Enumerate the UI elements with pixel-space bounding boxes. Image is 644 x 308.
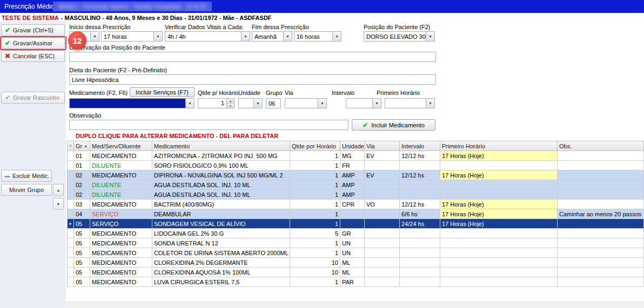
dieta-input[interactable]: Livre Hipossódica (69, 74, 436, 85)
col-primeiro[interactable]: Primeiro Horário (440, 141, 558, 151)
move-down-button[interactable]: ▼ (53, 198, 64, 210)
intervalo-label: Intervalo (332, 90, 354, 96)
save-button[interactable]: ✔ Gravar (Ctrl+S) (1, 24, 65, 36)
cell-intervalo: 6/6 hs (400, 209, 440, 219)
chevron-down-icon[interactable]: ▼ (318, 99, 326, 108)
row-marker (68, 229, 74, 238)
chevron-down-icon[interactable]: ▼ (185, 99, 194, 108)
quantity-stepper[interactable]: 1 ▲ ▼ (198, 98, 234, 108)
chevron-down-icon[interactable]: ▼ (426, 32, 434, 41)
col-obs[interactable]: Obs. (558, 141, 644, 151)
cell-obs (558, 200, 644, 209)
save-sign-button[interactable]: ✔ Gravar/Assinar (1, 37, 65, 49)
cell-primeiro-horario: 17 Horas (Hoje) (440, 209, 558, 219)
table-row[interactable]: 02DILUENTEAGUA DESTILADA SOL. INJ. 10 ML… (68, 180, 644, 190)
minus-icon: ▬ (5, 174, 10, 179)
cell-unidade: AMP (340, 190, 365, 200)
cell-tipo: MEDICAMENTO (90, 248, 152, 258)
table-row[interactable]: ▸05SERVIÇOSONDAGEM VESICAL DE ALÍVIO124/… (68, 219, 644, 229)
grid-corner: ✳ (68, 141, 74, 151)
chevron-down-icon[interactable]: ▼ (372, 99, 381, 108)
col-intervalo[interactable]: Intervalo (400, 141, 440, 151)
fim-day-combo[interactable]: Amanhã ▼ (252, 31, 292, 42)
delete-med-button[interactable]: ▬ Excluir Medic. (1, 170, 52, 182)
table-row[interactable]: 05MEDICAMENTOCOLETOR DE URINA SISTEMA AB… (68, 248, 644, 258)
col-qtde[interactable]: Qtde por Horário (290, 141, 340, 151)
primeiro-combo[interactable]: ▼ (385, 98, 435, 108)
spin-up-icon[interactable]: ▲ (227, 99, 234, 104)
chevron-down-icon[interactable]: ▼ (90, 32, 99, 41)
chevron-down-icon[interactable]: ▼ (253, 99, 262, 108)
window-title: Prescrição Médica (4, 3, 58, 10)
cell-via (365, 209, 400, 219)
vitais-combo[interactable]: 4h / 4h ▼ (165, 31, 250, 42)
cell-unidade: UN (340, 238, 365, 248)
col-unidade[interactable]: Unidade (340, 141, 365, 151)
move-group-button-label: Mover Grupo (9, 187, 44, 193)
posicao-combo[interactable]: DORSO ELEVADO 30 G ▼ (364, 31, 435, 42)
cell-tipo: MEDICAMENTO (90, 229, 152, 238)
cell-intervalo: 12/12 hs (400, 170, 440, 180)
x-icon: ✖ (5, 53, 10, 59)
chevron-down-icon[interactable]: ▼ (426, 99, 434, 108)
table-row[interactable]: 05MEDICAMENTOLIDOCAINA GEL 2% 30 G5GR (68, 229, 644, 238)
cell-tipo: MEDICAMENTO (90, 200, 152, 209)
move-up-button[interactable]: ▲ (53, 184, 64, 196)
dieta-label: Dieta do Paciente (F2 - Pré-Definido) (69, 67, 167, 73)
table-row[interactable]: 03MEDICAMENTOBACTRIM (400/80MG)1CPRVO12/… (68, 200, 644, 209)
save-draft-button[interactable]: ✔ Gravar Rascunho (1, 92, 65, 104)
table-row[interactable]: 04SERVIÇODEAMBULAR16/6 hs17 Horas (Hoje)… (68, 209, 644, 219)
cell-qtde: 1 (290, 209, 340, 219)
incluir-medicamento-button[interactable]: ✔ Incluir Medicamento (352, 119, 435, 131)
table-row[interactable]: 05MEDICAMENTOCLOREXIDINA 2% DEGERMANTE10… (68, 258, 644, 268)
row-marker (68, 151, 74, 161)
observacao-label: Observação (69, 112, 101, 119)
cell-qtde: 1 (290, 190, 340, 200)
cell-intervalo (400, 238, 440, 248)
medicamento-combo[interactable]: ▼ (69, 98, 194, 108)
table-row[interactable]: 02DILUENTEAGUA DESTILADA SOL. INJ. 10 ML… (68, 190, 644, 200)
fim-time-combo[interactable]: 16 horas ▼ (294, 31, 341, 42)
col-medicamento[interactable]: Medicamento (152, 141, 290, 151)
col-gr[interactable]: Gr▲ (74, 141, 90, 151)
chevron-down-icon[interactable]: ▼ (241, 32, 250, 41)
table-row[interactable]: 01DILUENTESORO FISIOLOGICO 0,9% 100 ML1F… (68, 161, 644, 170)
cell-unidade (340, 219, 365, 229)
cell-qtde: 1 (290, 219, 340, 229)
cell-intervalo: 24/24 hs (400, 219, 440, 229)
table-row[interactable]: 05MEDICAMENTOSONDA URETRAL N 121UN (68, 238, 644, 248)
intervalo-combo[interactable]: ▼ (346, 98, 381, 108)
chevron-down-icon[interactable]: ▼ (153, 32, 162, 41)
grupo-input[interactable]: 06 (266, 98, 281, 108)
incluir-servicos-button[interactable]: Incluir Serviços (F7) (130, 87, 194, 97)
cell-via (365, 238, 400, 248)
obs-posicao-input[interactable] (69, 52, 436, 62)
table-row[interactable]: 05MEDICAMENTOCLOREXIDINA AQUOSA 1% 100ML… (68, 268, 644, 277)
cell-intervalo (400, 161, 440, 170)
cancel-button[interactable]: ✖ Cancelar (ESC) (1, 50, 65, 62)
observacao-input[interactable] (69, 120, 348, 130)
fim-label: Fim dessa Prescrição (252, 24, 309, 30)
inicio-time-combo[interactable]: 17 horas ▼ (101, 31, 163, 42)
table-row[interactable]: 02MEDICAMENTODIPIRONA - NOVALGINA SOL IN… (68, 170, 644, 180)
via-combo[interactable]: ▼ (285, 98, 327, 108)
cell-primeiro-horario: 17 Horas (Hoje) (440, 170, 558, 180)
chevron-down-icon[interactable]: ▼ (283, 32, 292, 41)
table-row[interactable]: 05MEDICAMENTOLUVA CIRURGICA ESTERIL 7,51… (68, 277, 644, 287)
row-marker (68, 161, 74, 170)
chevron-down-icon[interactable]: ▼ (332, 32, 341, 41)
cell-unidade: GR (340, 229, 365, 238)
move-group-button[interactable]: Mover Grupo (1, 184, 52, 196)
cell-qtde: 5 (290, 229, 340, 238)
col-via[interactable]: Via (365, 141, 400, 151)
vitais-label: Verificar Dados Vitais a Cada: (165, 24, 244, 30)
unidade-combo[interactable]: ▼ (238, 98, 263, 108)
col-tipo[interactable]: Med/Serv/Diluente (90, 141, 152, 151)
cell-via (365, 219, 400, 229)
row-marker (68, 277, 74, 287)
medication-grid: ✳Gr▲Med/Serv/DiluenteMedicamentoQtde por… (67, 141, 644, 287)
spin-down-icon[interactable]: ▼ (227, 104, 234, 108)
table-row[interactable]: 01MEDICAMENTOAZITROMICINA - ZITROMAX PO … (68, 151, 644, 161)
cancel-button-label: Cancelar (ESC) (13, 53, 55, 59)
cell-tipo: MEDICAMENTO (90, 170, 152, 180)
